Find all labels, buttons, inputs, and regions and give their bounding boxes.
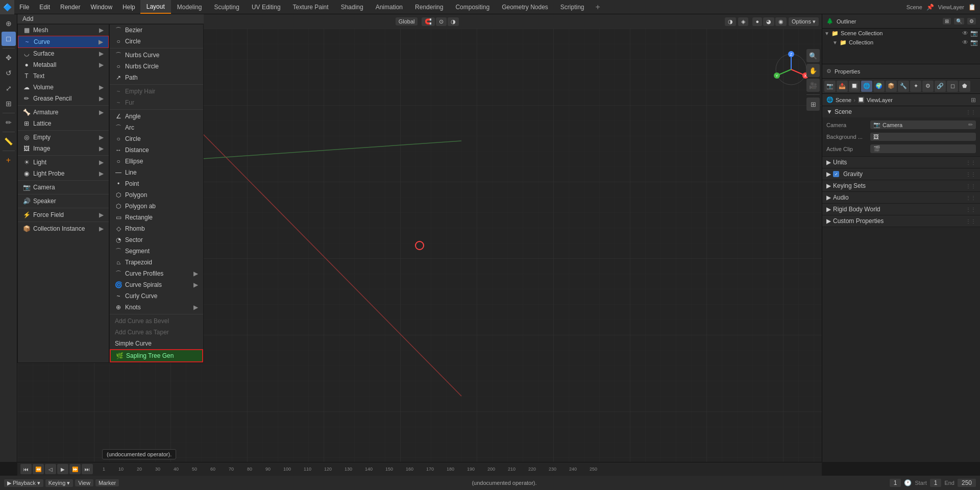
gravity-check[interactable]: ✓ — [833, 171, 839, 177]
start-frame-input[interactable]: 1 — [930, 479, 942, 487]
scene-props-tab[interactable]: 🌐 — [861, 81, 872, 92]
tab-modeling[interactable]: Modeling — [171, 0, 208, 14]
step-back-btn[interactable]: ⏪ — [33, 464, 44, 474]
add-object-btn[interactable]: + — [2, 153, 16, 167]
viewport-gizmo[interactable]: Z X Y — [771, 49, 812, 90]
menu-grease-pencil[interactable]: ✏ Grease Pencil ▶ — [18, 93, 109, 104]
render-props-tab[interactable]: 📷 — [824, 81, 836, 92]
menu-circle2[interactable]: ○ Circle — [110, 133, 203, 144]
menu-simple-curve[interactable]: Simple Curve — [110, 338, 203, 349]
options-btn[interactable]: Options ▾ — [789, 17, 819, 26]
tab-shading[interactable]: Shading — [335, 0, 370, 14]
keying-btn[interactable]: Keying ▾ — [45, 479, 74, 487]
data-props-tab[interactable]: ◻ — [947, 81, 958, 92]
menu-rhomb[interactable]: ◇ Rhomb — [110, 223, 203, 234]
transform-combo-tool[interactable]: ⊞ — [2, 96, 16, 111]
menu-arc[interactable]: ⌒ Arc — [110, 122, 203, 133]
menu-volume[interactable]: ☁ Volume ▶ — [18, 82, 109, 93]
menu-curve-profiles[interactable]: ⌒ Curve Profiles ▶ — [110, 268, 203, 279]
outliner-options-btn[interactable]: ⚙ — [967, 18, 976, 24]
render2-icon[interactable]: 📷 — [970, 39, 978, 46]
transform-tool[interactable]: ✥ — [2, 51, 16, 65]
units-section-header[interactable]: ▶ Units ⋮⋮ — [822, 157, 980, 168]
scene-collection-item[interactable]: ▼ 📁 Scene Collection 👁 📷 — [822, 29, 980, 38]
gravity-section-header[interactable]: ▶ ✓ Gravity ⋮⋮ — [822, 168, 980, 180]
menu-curve[interactable]: ~ Curve ▶ — [18, 36, 109, 48]
menu-knots[interactable]: ⊕ Knots ▶ — [110, 302, 203, 313]
camera-value[interactable]: 📷 Camera ✏ — [870, 120, 976, 129]
active-clip-value[interactable]: 🎬 — [870, 144, 976, 153]
custom-props-header[interactable]: ▶ Custom Properties ⋮⋮ — [822, 215, 980, 227]
menu-force-field[interactable]: ⚡ Force Field ▶ — [18, 209, 109, 220]
menu-metaball[interactable]: ● Metaball ▶ — [18, 59, 109, 70]
menu-angle[interactable]: ∠ Angle — [110, 111, 203, 122]
menu-armature[interactable]: 🦴 Armature ▶ — [18, 107, 109, 118]
keying-sets-header[interactable]: ▶ Keying Sets ⋮⋮ — [822, 180, 980, 191]
tab-uv-editing[interactable]: UV Editing — [246, 0, 287, 14]
menu-rectangle[interactable]: ▭ Rectangle — [110, 212, 203, 223]
jump-end-btn[interactable]: ⏭ — [82, 464, 93, 474]
props-expand-btn[interactable]: ⊞ — [971, 96, 976, 104]
menu-circle-curve[interactable]: ○ Circle — [110, 36, 203, 47]
menu-image[interactable]: 🖼 Image ▶ — [18, 143, 109, 154]
end-frame-input[interactable]: 250 — [958, 479, 976, 487]
outliner-search-btn[interactable]: 🔍 — [954, 18, 964, 24]
collection-item[interactable]: ▼ 📁 Collection 👁 📷 — [822, 38, 980, 47]
current-frame-input[interactable]: 1 — [890, 479, 901, 487]
menu-polygon-ab[interactable]: ⬡ Polygon ab — [110, 201, 203, 212]
play-back-btn[interactable]: ◁ — [45, 464, 56, 474]
eye-icon[interactable]: 👁 — [962, 30, 968, 37]
menu-ellipse[interactable]: ○ Ellipse — [110, 156, 203, 167]
jump-start-btn[interactable]: ⏮ — [20, 464, 32, 474]
menu-collection-instance[interactable]: 📦 Collection Instance ▶ — [18, 223, 109, 234]
constraints-props-tab[interactable]: 🔗 — [935, 81, 946, 92]
view-layer-props-tab[interactable]: 🔲 — [849, 81, 860, 92]
tab-sculpting[interactable]: Sculpting — [208, 0, 246, 14]
marker-btn[interactable]: Marker — [95, 479, 119, 486]
scale-tool[interactable]: ⤢ — [2, 81, 16, 95]
cursor-tool[interactable]: ⊕ — [2, 16, 16, 31]
annotate-tool[interactable]: ✏ — [2, 115, 16, 130]
xray-toggle-btn[interactable]: ◈ — [738, 17, 748, 26]
menu-text[interactable]: T Text — [18, 70, 109, 82]
world-props-tab[interactable]: 🌍 — [873, 81, 885, 92]
menu-edit[interactable]: Edit — [34, 0, 55, 14]
menu-polygon[interactable]: ⬡ Polygon — [110, 189, 203, 201]
material-shading-btn[interactable]: ◕ — [763, 17, 774, 26]
render-icon[interactable]: 📷 — [970, 30, 978, 37]
menu-window[interactable]: Window — [85, 0, 117, 14]
menu-light-probe[interactable]: ◉ Light Probe ▶ — [18, 168, 109, 179]
menu-sector[interactable]: ◔ Sector — [110, 234, 203, 246]
overlay-toggle-btn[interactable]: ◑ — [725, 17, 736, 26]
solid-shading-btn[interactable]: ● — [752, 17, 762, 26]
view-search-btn[interactable]: 🔍 — [806, 49, 820, 62]
background-value[interactable]: 🖼 — [870, 133, 976, 141]
view-btn[interactable]: View — [75, 479, 93, 486]
select-tool[interactable]: □ — [2, 32, 16, 46]
view-hand-btn[interactable]: ✋ — [806, 64, 820, 77]
tab-texture-paint[interactable]: Texture Paint — [287, 0, 335, 14]
status-mode-btn[interactable]: ▶ Playback ▾ — [4, 479, 43, 487]
menu-line[interactable]: — Line — [110, 167, 203, 178]
rigid-body-header[interactable]: ▶ Rigid Body World ⋮⋮ — [822, 204, 980, 215]
rotate-tool[interactable]: ↺ — [2, 66, 16, 80]
menu-point[interactable]: • Point — [110, 178, 203, 189]
play-btn[interactable]: ▶ — [57, 464, 68, 474]
audio-header[interactable]: ▶ Audio ⋮⋮ — [822, 192, 980, 203]
menu-segment[interactable]: ⌒ Segment — [110, 246, 203, 257]
outliner-filter-btn[interactable]: ⊞ — [943, 18, 951, 24]
particle-props-tab[interactable]: ✦ — [910, 81, 921, 92]
menu-empty[interactable]: ◎ Empty ▶ — [18, 132, 109, 143]
overlay-btn[interactable]: ◑ — [448, 17, 459, 26]
menu-file[interactable]: File — [14, 0, 34, 14]
menu-nurbs-circle[interactable]: ○ Nurbs Circle — [110, 61, 203, 72]
menu-path[interactable]: ↗ Path — [110, 72, 203, 83]
tab-rendering[interactable]: Rendering — [409, 0, 449, 14]
tab-compositing[interactable]: Compositing — [449, 0, 496, 14]
eye2-icon[interactable]: 👁 — [962, 39, 968, 46]
view-grid-btn[interactable]: ⊞ — [806, 97, 820, 111]
modifier-props-tab[interactable]: 🔧 — [898, 81, 909, 92]
menu-light[interactable]: ☀ Light ▶ — [18, 157, 109, 168]
menu-nurbs-curve[interactable]: ⌒ Nurbs Curve — [110, 50, 203, 61]
view-camera-btn[interactable]: 🎥 — [806, 79, 820, 92]
